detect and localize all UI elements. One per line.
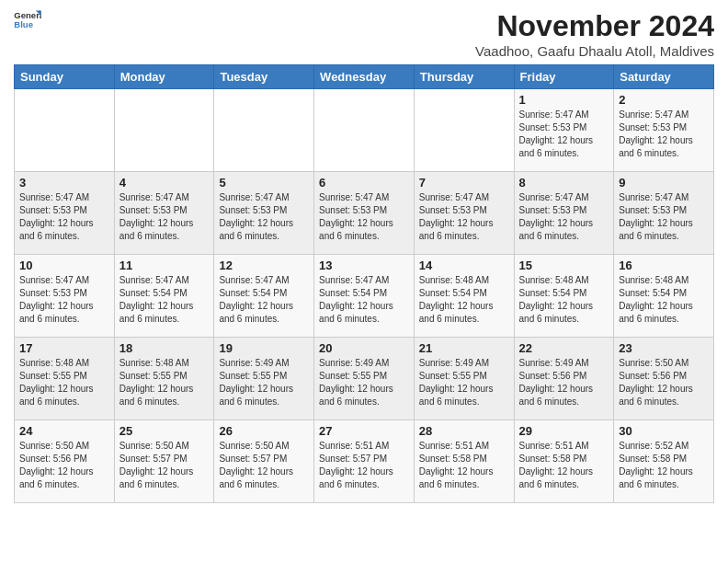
calendar-day-cell: 1Sunrise: 5:47 AMSunset: 5:53 PMDaylight… [514, 89, 614, 172]
day-info: Sunrise: 5:49 AMSunset: 5:55 PMDaylight:… [219, 357, 309, 408]
day-number: 27 [319, 424, 409, 438]
day-number: 24 [19, 424, 109, 438]
day-number: 23 [619, 341, 709, 355]
day-info: Sunrise: 5:50 AMSunset: 5:56 PMDaylight:… [19, 440, 109, 491]
calendar-day-cell: 16Sunrise: 5:48 AMSunset: 5:54 PMDayligh… [614, 255, 714, 338]
generalblue-logo-icon: General Blue [14, 9, 41, 29]
day-number: 25 [119, 424, 210, 438]
page-header: General Blue November 2024 Vaadhoo, Gaaf… [14, 9, 714, 59]
day-number: 1 [519, 93, 609, 107]
day-info: Sunrise: 5:48 AMSunset: 5:55 PMDaylight:… [119, 357, 210, 408]
day-of-week-header: Monday [114, 65, 214, 89]
day-info: Sunrise: 5:47 AMSunset: 5:53 PMDaylight:… [19, 191, 109, 243]
day-info: Sunrise: 5:49 AMSunset: 5:55 PMDaylight:… [419, 357, 509, 408]
calendar-day-cell: 7Sunrise: 5:47 AMSunset: 5:53 PMDaylight… [414, 172, 514, 255]
calendar-day-cell: 9Sunrise: 5:47 AMSunset: 5:53 PMDaylight… [614, 172, 714, 255]
day-number: 20 [319, 341, 409, 355]
day-info: Sunrise: 5:49 AMSunset: 5:56 PMDaylight:… [519, 357, 609, 408]
day-number: 30 [619, 424, 709, 438]
day-info: Sunrise: 5:47 AMSunset: 5:53 PMDaylight:… [19, 274, 109, 326]
day-info: Sunrise: 5:51 AMSunset: 5:58 PMDaylight:… [519, 440, 609, 491]
calendar-week-row: 10Sunrise: 5:47 AMSunset: 5:53 PMDayligh… [15, 255, 714, 338]
day-info: Sunrise: 5:47 AMSunset: 5:53 PMDaylight:… [519, 191, 609, 243]
calendar-day-cell [214, 89, 314, 172]
day-number: 17 [19, 341, 109, 355]
calendar-day-cell: 18Sunrise: 5:48 AMSunset: 5:55 PMDayligh… [114, 338, 214, 420]
day-number: 4 [119, 176, 210, 190]
calendar-day-cell: 5Sunrise: 5:47 AMSunset: 5:53 PMDaylight… [214, 172, 314, 255]
calendar-day-cell [15, 89, 115, 172]
calendar-day-cell: 8Sunrise: 5:47 AMSunset: 5:53 PMDaylight… [514, 172, 614, 255]
calendar-day-cell: 30Sunrise: 5:52 AMSunset: 5:58 PMDayligh… [614, 420, 714, 503]
day-info: Sunrise: 5:47 AMSunset: 5:53 PMDaylight:… [219, 191, 309, 243]
day-number: 21 [419, 341, 509, 355]
day-number: 12 [219, 259, 309, 272]
calendar-day-cell: 24Sunrise: 5:50 AMSunset: 5:56 PMDayligh… [15, 420, 115, 503]
day-info: Sunrise: 5:47 AMSunset: 5:54 PMDaylight:… [119, 274, 210, 326]
day-info: Sunrise: 5:48 AMSunset: 5:54 PMDaylight:… [519, 274, 609, 326]
calendar-day-cell: 14Sunrise: 5:48 AMSunset: 5:54 PMDayligh… [414, 255, 514, 338]
calendar-day-cell: 4Sunrise: 5:47 AMSunset: 5:53 PMDaylight… [114, 172, 214, 255]
calendar-day-cell: 19Sunrise: 5:49 AMSunset: 5:55 PMDayligh… [214, 338, 314, 420]
calendar-week-row: 24Sunrise: 5:50 AMSunset: 5:56 PMDayligh… [15, 420, 714, 503]
location-subtitle: Vaadhoo, Gaafu Dhaalu Atoll, Maldives [475, 43, 714, 59]
calendar-day-cell: 28Sunrise: 5:51 AMSunset: 5:58 PMDayligh… [414, 420, 514, 503]
calendar-day-cell: 3Sunrise: 5:47 AMSunset: 5:53 PMDaylight… [15, 172, 115, 255]
calendar-day-cell: 11Sunrise: 5:47 AMSunset: 5:54 PMDayligh… [114, 255, 214, 338]
svg-text:Blue: Blue [14, 19, 33, 29]
day-info: Sunrise: 5:47 AMSunset: 5:54 PMDaylight:… [219, 274, 309, 326]
day-number: 6 [319, 176, 409, 190]
day-number: 2 [619, 93, 709, 107]
calendar-day-cell: 23Sunrise: 5:50 AMSunset: 5:56 PMDayligh… [614, 338, 714, 420]
day-number: 13 [319, 259, 409, 272]
calendar-day-cell: 10Sunrise: 5:47 AMSunset: 5:53 PMDayligh… [15, 255, 115, 338]
day-number: 14 [419, 259, 509, 272]
day-info: Sunrise: 5:50 AMSunset: 5:57 PMDaylight:… [219, 440, 309, 491]
day-number: 29 [519, 424, 609, 438]
calendar-day-cell [414, 89, 514, 172]
day-of-week-header: Wednesday [314, 65, 415, 89]
day-info: Sunrise: 5:49 AMSunset: 5:55 PMDaylight:… [319, 357, 409, 408]
day-of-week-header: Tuesday [214, 65, 314, 89]
calendar-day-cell [114, 89, 214, 172]
day-number: 3 [19, 176, 109, 190]
calendar-day-cell: 2Sunrise: 5:47 AMSunset: 5:53 PMDaylight… [614, 89, 714, 172]
calendar-day-cell: 17Sunrise: 5:48 AMSunset: 5:55 PMDayligh… [15, 338, 115, 420]
day-number: 5 [219, 176, 309, 190]
day-info: Sunrise: 5:51 AMSunset: 5:58 PMDaylight:… [419, 440, 509, 491]
day-number: 22 [519, 341, 609, 355]
day-info: Sunrise: 5:50 AMSunset: 5:56 PMDaylight:… [619, 357, 709, 408]
day-number: 15 [519, 259, 609, 272]
day-info: Sunrise: 5:47 AMSunset: 5:53 PMDaylight:… [619, 191, 709, 243]
day-number: 16 [619, 259, 709, 272]
calendar-day-cell: 15Sunrise: 5:48 AMSunset: 5:54 PMDayligh… [514, 255, 614, 338]
calendar-day-cell: 26Sunrise: 5:50 AMSunset: 5:57 PMDayligh… [214, 420, 314, 503]
day-info: Sunrise: 5:47 AMSunset: 5:53 PMDaylight:… [319, 191, 409, 243]
day-info: Sunrise: 5:47 AMSunset: 5:53 PMDaylight:… [519, 109, 609, 160]
calendar-day-cell: 12Sunrise: 5:47 AMSunset: 5:54 PMDayligh… [214, 255, 314, 338]
calendar-day-cell: 20Sunrise: 5:49 AMSunset: 5:55 PMDayligh… [314, 338, 415, 420]
day-number: 10 [19, 259, 109, 272]
calendar-table: SundayMondayTuesdayWednesdayThursdayFrid… [14, 64, 714, 503]
day-info: Sunrise: 5:47 AMSunset: 5:53 PMDaylight:… [119, 191, 210, 243]
day-number: 18 [119, 341, 210, 355]
day-number: 7 [419, 176, 509, 190]
calendar-day-cell: 25Sunrise: 5:50 AMSunset: 5:57 PMDayligh… [114, 420, 214, 503]
calendar-day-cell: 22Sunrise: 5:49 AMSunset: 5:56 PMDayligh… [514, 338, 614, 420]
calendar-week-row: 3Sunrise: 5:47 AMSunset: 5:53 PMDaylight… [15, 172, 714, 255]
calendar-week-row: 17Sunrise: 5:48 AMSunset: 5:55 PMDayligh… [15, 338, 714, 420]
logo: General Blue [14, 9, 41, 29]
day-info: Sunrise: 5:51 AMSunset: 5:57 PMDaylight:… [319, 440, 409, 491]
month-year-title: November 2024 [475, 9, 714, 43]
calendar-day-cell: 6Sunrise: 5:47 AMSunset: 5:53 PMDaylight… [314, 172, 415, 255]
day-info: Sunrise: 5:47 AMSunset: 5:54 PMDaylight:… [319, 274, 409, 326]
day-number: 28 [419, 424, 509, 438]
day-info: Sunrise: 5:52 AMSunset: 5:58 PMDaylight:… [619, 440, 709, 491]
day-number: 11 [119, 259, 210, 272]
day-of-week-header: Sunday [15, 65, 115, 89]
day-info: Sunrise: 5:48 AMSunset: 5:54 PMDaylight:… [419, 274, 509, 326]
day-info: Sunrise: 5:48 AMSunset: 5:55 PMDaylight:… [19, 357, 109, 408]
calendar-day-cell: 21Sunrise: 5:49 AMSunset: 5:55 PMDayligh… [414, 338, 514, 420]
day-number: 26 [219, 424, 309, 438]
day-of-week-header: Saturday [614, 65, 714, 89]
